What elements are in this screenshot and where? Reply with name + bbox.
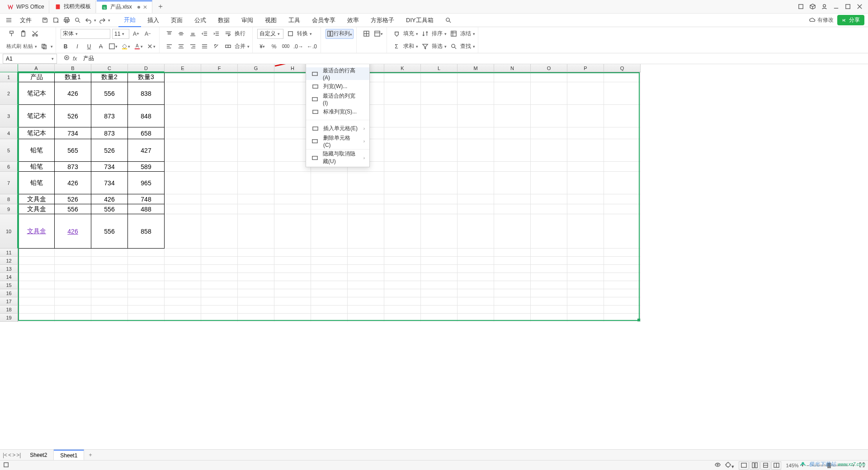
cell[interactable] [311, 289, 348, 297]
fx-cancel-icon[interactable] [63, 54, 70, 63]
cell[interactable] [165, 162, 201, 172]
cell[interactable] [567, 297, 604, 306]
cell[interactable] [238, 297, 274, 306]
cell[interactable] [531, 289, 567, 297]
new-tab-button[interactable]: ＋ [156, 2, 165, 11]
cell[interactable] [567, 105, 604, 127]
sort-icon[interactable] [420, 29, 430, 39]
cell[interactable] [274, 289, 311, 297]
cell[interactable] [458, 289, 494, 297]
cell[interactable] [494, 306, 531, 314]
column-header[interactable]: E [165, 64, 201, 72]
cell[interactable] [311, 297, 348, 306]
cell[interactable] [238, 289, 274, 297]
cell[interactable] [238, 204, 274, 214]
cell[interactable] [421, 139, 458, 162]
cell[interactable] [348, 265, 384, 273]
sheet-first-icon[interactable]: |< [3, 452, 7, 458]
cell[interactable] [384, 265, 421, 273]
fill-label[interactable]: 填充 [403, 30, 414, 38]
cell[interactable] [531, 281, 567, 289]
cell[interactable]: 556 [55, 204, 91, 214]
row-headers[interactable]: 12345678910111213141516171819 [0, 72, 18, 322]
cell[interactable]: 笔记本 [18, 82, 55, 105]
file-menu[interactable]: 文件 [16, 14, 35, 27]
window-restore-icon[interactable] [795, 1, 807, 13]
ribbon-tab[interactable]: 数据 [212, 14, 235, 27]
cell[interactable] [311, 265, 348, 273]
row-header[interactable]: 2 [0, 82, 18, 105]
cell[interactable] [274, 172, 311, 194]
title-tab-file[interactable]: S 产品.xlsx ✕ [97, 0, 152, 13]
cell[interactable] [531, 162, 567, 172]
select-all-corner[interactable] [0, 64, 18, 72]
cell[interactable] [421, 204, 458, 214]
cell[interactable] [494, 214, 531, 249]
cell[interactable] [604, 257, 641, 265]
cell[interactable] [91, 306, 128, 314]
cell[interactable] [201, 265, 238, 273]
cell[interactable] [55, 273, 91, 281]
cell[interactable] [201, 257, 238, 265]
cell[interactable] [274, 265, 311, 273]
cell[interactable] [165, 297, 201, 306]
row-header[interactable]: 1 [0, 72, 18, 82]
cell[interactable] [531, 214, 567, 249]
cell[interactable] [128, 297, 165, 306]
print-icon[interactable] [61, 15, 71, 25]
cell[interactable] [531, 127, 567, 139]
cell[interactable] [384, 82, 421, 105]
cell[interactable] [604, 297, 641, 306]
cell[interactable] [384, 139, 421, 162]
ribbon-tab[interactable]: 审阅 [236, 14, 259, 27]
cell[interactable]: 526 [91, 139, 128, 162]
increase-font-icon[interactable]: A+ [131, 29, 141, 39]
cell[interactable] [91, 289, 128, 297]
cell[interactable] [348, 257, 384, 265]
cell[interactable] [421, 306, 458, 314]
row-header[interactable]: 15 [0, 281, 18, 289]
status-eye-icon[interactable] [714, 461, 721, 469]
cell[interactable] [458, 162, 494, 172]
cell[interactable] [201, 273, 238, 281]
cell[interactable] [238, 281, 274, 289]
column-header[interactable]: F [201, 64, 238, 72]
cell[interactable]: 产品 [18, 72, 55, 82]
cell[interactable]: 589 [128, 162, 165, 172]
cell[interactable] [458, 306, 494, 314]
view-normal-icon[interactable] [739, 461, 749, 470]
cell[interactable]: 556 [91, 82, 128, 105]
cell[interactable] [458, 194, 494, 204]
cell[interactable] [567, 127, 604, 139]
row-header[interactable]: 10 [0, 214, 18, 249]
cell[interactable] [567, 194, 604, 204]
cell[interactable] [567, 204, 604, 214]
cell[interactable] [384, 257, 421, 265]
cell[interactable] [604, 214, 641, 249]
cell[interactable] [531, 204, 567, 214]
dropdown-item[interactable]: 列宽(W)... [306, 80, 369, 93]
cell[interactable]: 848 [128, 105, 165, 127]
save-icon[interactable] [40, 15, 50, 25]
cell[interactable] [18, 273, 55, 281]
cell[interactable] [201, 314, 238, 322]
cell[interactable] [128, 273, 165, 281]
cell[interactable] [458, 105, 494, 127]
undo-dropdown-icon[interactable]: ▾ [94, 18, 96, 23]
cell[interactable] [348, 281, 384, 289]
cell[interactable] [311, 281, 348, 289]
cell[interactable] [494, 297, 531, 306]
cell[interactable] [311, 249, 348, 257]
filter-label[interactable]: 筛选 [432, 42, 443, 50]
cell[interactable] [128, 249, 165, 257]
cell[interactable]: 734 [91, 172, 128, 194]
cells-area[interactable]: 产品数量1数量2数量3笔记本426556838笔记本526873848笔记本73… [18, 72, 868, 449]
cell[interactable] [201, 281, 238, 289]
row-header[interactable]: 9 [0, 204, 18, 214]
cell[interactable] [201, 204, 238, 214]
cell[interactable] [421, 82, 458, 105]
cell[interactable] [567, 172, 604, 194]
cell[interactable] [91, 265, 128, 273]
decimal-decrease-icon[interactable]: ←.0 [306, 42, 318, 52]
row-col-button[interactable]: 行和列▴ [326, 29, 354, 39]
